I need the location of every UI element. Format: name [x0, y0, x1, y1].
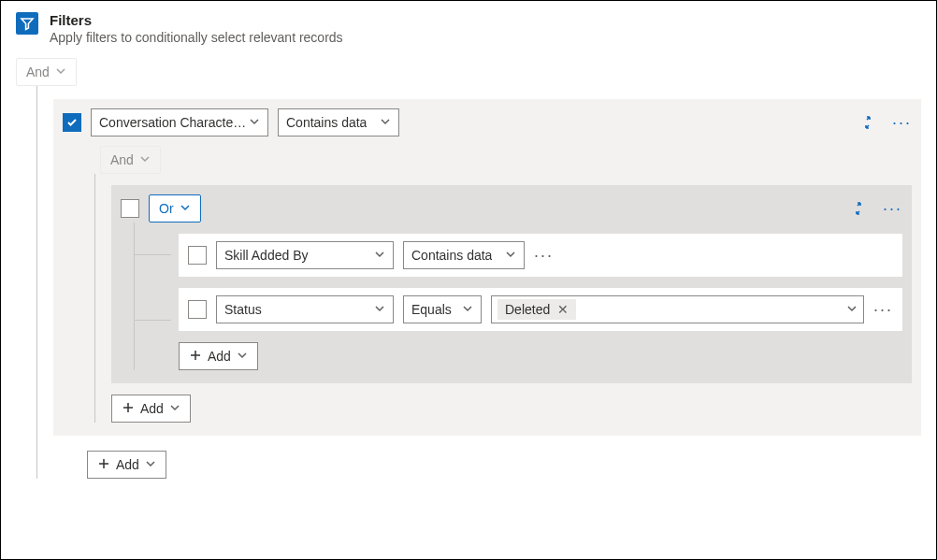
- chevron-down-icon: [249, 115, 260, 130]
- row1-value-dropdown[interactable]: Deleted ✕: [491, 295, 864, 323]
- chevron-down-icon: [380, 115, 391, 130]
- chevron-down-icon: [374, 248, 385, 263]
- plus-icon: [189, 349, 202, 365]
- remove-tag-icon[interactable]: ✕: [557, 302, 569, 317]
- filter-icon: [16, 12, 38, 35]
- row0-checkbox[interactable]: [188, 246, 207, 265]
- group1-more-button[interactable]: ···: [892, 113, 912, 133]
- row0-field-dropdown[interactable]: Skill Added By: [216, 241, 394, 269]
- group1-inner-operator-label: And: [110, 152, 134, 167]
- chevron-down-icon: [462, 302, 473, 317]
- filter-group-1: Conversation Characte… Contains data ···: [53, 99, 921, 436]
- page-title: Filters: [50, 12, 343, 28]
- row1-field-label: Status: [224, 302, 262, 317]
- value-tag-label: Deleted: [505, 302, 550, 317]
- group1-add-button[interactable]: Add: [111, 395, 191, 423]
- chevron-down-icon: [55, 65, 66, 79]
- group2-operator-pill[interactable]: Or: [149, 194, 201, 223]
- collapse-icon[interactable]: [845, 195, 872, 222]
- chevron-down-icon: [169, 401, 180, 416]
- row1-condition-label: Equals: [411, 302, 452, 317]
- group2-operator-label: Or: [159, 201, 174, 216]
- page-subtitle: Apply filters to conditionally select re…: [50, 30, 343, 45]
- chevron-down-icon: [180, 201, 191, 216]
- row1-more-button[interactable]: ···: [873, 300, 893, 320]
- row1-field-dropdown[interactable]: Status: [216, 295, 394, 323]
- chevron-down-icon: [145, 457, 156, 472]
- filter-row: Status Equals: [179, 288, 902, 331]
- collapse-icon[interactable]: [855, 109, 881, 136]
- group2-add-label: Add: [208, 349, 231, 364]
- row0-field-label: Skill Added By: [224, 248, 309, 263]
- plus-icon: [97, 457, 110, 473]
- row0-condition-label: Contains data: [411, 248, 492, 263]
- group1-checkbox[interactable]: [63, 113, 81, 132]
- row0-more-button[interactable]: ···: [534, 246, 554, 266]
- row1-checkbox[interactable]: [188, 300, 207, 319]
- chevron-down-icon: [374, 302, 385, 317]
- group1-field-label: Conversation Characte…: [99, 115, 246, 130]
- value-tag: Deleted ✕: [497, 299, 576, 320]
- group1-inner-operator-pill[interactable]: And: [100, 146, 161, 174]
- chevron-down-icon: [846, 301, 858, 318]
- group1-add-label: Add: [140, 401, 164, 416]
- chevron-down-icon: [505, 248, 516, 263]
- root-operator-pill[interactable]: And: [16, 58, 77, 86]
- group2-add-button[interactable]: Add: [179, 342, 258, 370]
- chevron-down-icon: [139, 152, 151, 167]
- root-operator-label: And: [26, 65, 50, 79]
- filter-row: Skill Added By Contains data ···: [179, 234, 902, 277]
- group1-condition-dropdown[interactable]: Contains data: [278, 108, 399, 136]
- root-add-button[interactable]: Add: [87, 451, 166, 479]
- group1-field-dropdown[interactable]: Conversation Characte…: [91, 108, 268, 136]
- group1-condition-label: Contains data: [286, 115, 367, 130]
- filter-group-2: Or ···: [111, 185, 912, 383]
- chevron-down-icon: [237, 349, 248, 364]
- root-add-label: Add: [116, 457, 139, 472]
- group2-checkbox[interactable]: [121, 199, 139, 218]
- group2-more-button[interactable]: ···: [883, 199, 902, 219]
- plus-icon: [122, 401, 135, 417]
- row1-condition-dropdown[interactable]: Equals: [403, 295, 482, 323]
- row0-condition-dropdown[interactable]: Contains data: [403, 241, 525, 269]
